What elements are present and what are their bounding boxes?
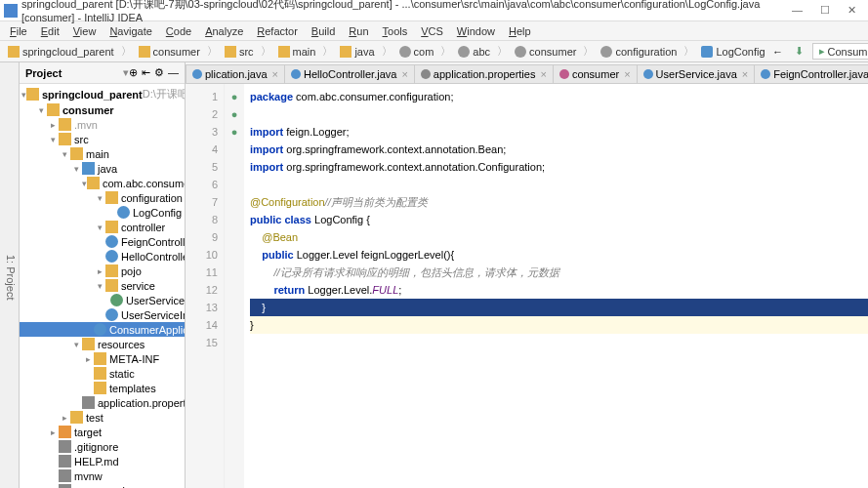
tree-node[interactable]: ▾main <box>20 146 185 161</box>
maximize-button[interactable]: ☐ <box>820 4 830 17</box>
tree-node[interactable]: ▾resources <box>20 337 185 351</box>
tree-node[interactable]: ▾configuration <box>20 190 185 205</box>
breadcrumb-item[interactable]: springcloud_parent <box>4 45 118 59</box>
close-button[interactable]: ✕ <box>847 4 856 17</box>
breadcrumb-item[interactable]: java <box>336 45 378 59</box>
breadcrumb-item[interactable]: consumer <box>511 45 580 59</box>
tree-node[interactable]: application.properties <box>20 395 185 410</box>
menu-edit[interactable]: Edit <box>35 23 65 39</box>
tree-node[interactable]: UserServiceImpl <box>20 307 185 322</box>
tree-node[interactable]: templates <box>20 381 185 395</box>
menu-code[interactable]: Code <box>160 23 197 39</box>
tree-node[interactable]: static <box>20 366 185 381</box>
tree-node[interactable]: ▸test <box>20 410 185 425</box>
editor-tab[interactable]: application.properties× <box>414 64 554 83</box>
left-tool-strip: 1: Project7: Structure2: FavoritesWeb <box>0 62 20 488</box>
breadcrumb-item[interactable]: main <box>274 45 320 59</box>
tree-node[interactable]: mvnw <box>20 468 185 483</box>
menu-analyze[interactable]: Analyze <box>199 23 249 39</box>
project-tree[interactable]: ▾springcloud_parent D:\开课吧-7期\03-spring▾… <box>20 84 185 488</box>
editor-tab[interactable]: plication.java× <box>186 64 285 83</box>
editor-tab[interactable]: HelloController.java× <box>284 64 415 83</box>
collapse-icon[interactable]: ⇤ <box>142 66 150 79</box>
back-icon[interactable]: ← <box>769 43 787 61</box>
menu-help[interactable]: Help <box>503 23 537 39</box>
editor-tab[interactable]: consumer× <box>553 64 638 83</box>
breadcrumb-item[interactable]: src <box>221 45 258 59</box>
tree-node[interactable]: HELP.md <box>20 454 185 468</box>
gutter-icons: ●●● <box>225 84 244 488</box>
tree-node[interactable]: ConsumerApplication <box>20 322 185 337</box>
tab-close-icon[interactable]: × <box>272 68 278 80</box>
menu-file[interactable]: File <box>4 23 33 39</box>
run-configuration-selector[interactable]: ▸ ConsumerApplication ▾ <box>812 43 868 60</box>
tree-node[interactable]: FeignController <box>20 234 185 249</box>
tree-node[interactable]: ▾consumer <box>20 102 185 117</box>
minimize-button[interactable]: — <box>792 4 803 17</box>
tree-node[interactable]: ▾controller <box>20 220 185 234</box>
build-icon[interactable]: ⬇ <box>791 43 808 61</box>
tab-close-icon[interactable]: × <box>401 68 407 80</box>
tree-root[interactable]: ▾springcloud_parent D:\开课吧-7期\03-spring <box>20 86 185 102</box>
menu-vcs[interactable]: VCS <box>415 23 449 39</box>
menu-window[interactable]: Window <box>451 23 501 39</box>
menu-refactor[interactable]: Refactor <box>251 23 304 39</box>
breadcrumb-item[interactable]: com <box>395 45 438 59</box>
tree-node[interactable]: ▸META-INF <box>20 351 185 366</box>
breadcrumb-item[interactable]: configuration <box>597 45 681 59</box>
hide-icon[interactable]: — <box>168 66 179 79</box>
menubar: FileEditViewNavigateCodeAnalyzeRefactorB… <box>0 21 868 41</box>
breadcrumb-item[interactable]: LogConfig <box>697 45 768 59</box>
tree-node[interactable]: LogConfig <box>20 205 185 220</box>
menu-build[interactable]: Build <box>306 23 341 39</box>
breadcrumb-item[interactable]: abc <box>454 45 494 59</box>
tree-node[interactable]: ▸pojo <box>20 264 185 278</box>
menu-navigate[interactable]: Navigate <box>103 23 157 39</box>
select-opened-icon[interactable]: ⊕ <box>129 66 138 79</box>
project-panel-title: Project <box>25 67 120 79</box>
tool-Structure[interactable]: 7: Structure <box>0 66 3 488</box>
tree-node[interactable]: ▾java <box>20 161 185 176</box>
tool-Project[interactable]: 1: Project <box>3 66 19 488</box>
menu-run[interactable]: Run <box>343 23 374 39</box>
tree-node[interactable]: ▾service <box>20 278 185 293</box>
settings-icon[interactable]: ⚙ <box>154 66 164 79</box>
editor-tabs: plication.java×HelloController.java×appl… <box>186 62 868 84</box>
tree-node[interactable]: ▸target <box>20 425 185 439</box>
breadcrumb-item[interactable]: consumer <box>135 45 204 59</box>
line-numbers: 123456789101112131415 <box>186 84 225 488</box>
editor-tab[interactable]: FeignController.java× <box>754 64 868 83</box>
tree-node[interactable]: .gitignore <box>20 439 185 454</box>
editor-tab[interactable]: UserService.java× <box>637 64 756 83</box>
tree-node[interactable]: ▾com.abc.consumer <box>20 176 185 190</box>
app-icon <box>4 4 18 18</box>
menu-tools[interactable]: Tools <box>377 23 414 39</box>
tab-close-icon[interactable]: × <box>624 68 630 80</box>
tab-close-icon[interactable]: × <box>742 68 748 80</box>
menu-view[interactable]: View <box>67 23 103 39</box>
breadcrumb: springcloud_parent〉consumer〉src〉main〉jav… <box>4 44 769 59</box>
tree-node[interactable]: ▸.mvn <box>20 117 185 132</box>
tree-node[interactable]: mvnw.cmd <box>20 483 185 488</box>
window-title: springcloud_parent [D:\开课吧-7期\03-springc… <box>21 0 792 23</box>
tree-node[interactable]: ▾src <box>20 132 185 146</box>
tree-node[interactable]: UserService <box>20 293 185 307</box>
code-editor[interactable]: package com.abc.consumer.configuration; … <box>244 84 868 488</box>
tab-close-icon[interactable]: × <box>540 68 546 80</box>
tree-node[interactable]: HelloController <box>20 249 185 264</box>
